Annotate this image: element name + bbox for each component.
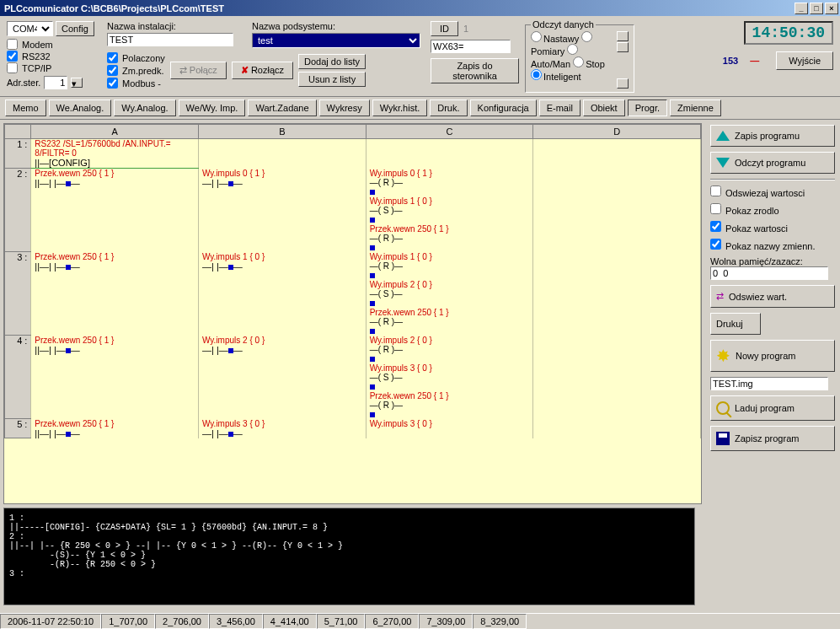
pokaz-wartosci-checkbox[interactable]: Pokaz wartosci [710, 221, 835, 234]
status-cell: 6_270,00 [365, 614, 419, 629]
modbus-checkbox[interactable]: Modbus - [107, 78, 165, 89]
dodaj-button[interactable]: Dodaj do listy [298, 54, 366, 69]
cell-c[interactable]: Wy.impuls 0 { 1 }—( R )—Wy.impuls 1 { 0 … [366, 169, 533, 252]
cell-d[interactable] [533, 169, 701, 252]
cell-c[interactable]: Wy.impuls 3 { 0 } [366, 419, 533, 438]
wolna-input[interactable] [710, 266, 828, 280]
rownum[interactable]: 2 : [5, 169, 31, 252]
col-B[interactable]: B [199, 125, 366, 139]
tab-obiekt[interactable]: Obiekt [583, 99, 625, 116]
refresh-icon: ⇄ [716, 291, 724, 302]
side-panel: Zapis programu Odczyt programu Odswiezaj… [705, 120, 840, 508]
odswiezaj-checkbox[interactable]: Odswiezaj wartosci [710, 185, 835, 198]
tab-zmienne[interactable]: Zmienne [670, 99, 721, 116]
rownum[interactable]: 5 : [5, 419, 31, 438]
nastawy-radio[interactable]: Nastawy [531, 34, 579, 44]
odswiez-wart-button[interactable]: ⇄ Odswiez wart. [710, 285, 835, 308]
cell-b[interactable] [199, 139, 366, 169]
config-button[interactable]: Config [56, 21, 94, 36]
tab-druk[interactable]: Druk. [430, 99, 467, 116]
cell-a[interactable]: Przek.wewn 250 { 1 }||—| |—— [31, 169, 199, 252]
adr-label: Adr.ster. [7, 78, 40, 88]
zmpredk-checkbox[interactable]: Zm.predk. [107, 65, 165, 76]
titlebar: PLCcomunicator C:\BCB6\Projects\PLCcom\T… [0, 0, 840, 16]
cell-c[interactable]: Wy.impuls 2 { 0 }—( R )—Wy.impuls 3 { 0 … [366, 336, 533, 419]
status-cell: 7_309,00 [419, 614, 473, 629]
rownum[interactable]: 1 : [5, 139, 31, 169]
id-button[interactable]: ID [431, 21, 458, 36]
status-number: 153 [723, 56, 738, 66]
subsys-select[interactable]: test [252, 33, 420, 48]
drukuj-button[interactable]: Drukuj [710, 313, 761, 335]
tab-wykrhist[interactable]: Wykr.hist. [372, 99, 428, 116]
polaczony-checkbox[interactable]: Polaczony [107, 52, 165, 63]
tab-wewyimp[interactable]: We/Wy. Imp. [179, 99, 246, 116]
nowy-program-button[interactable]: ✸ Nowy program [710, 340, 835, 372]
inteligent-radio[interactable]: Inteligent [531, 72, 581, 82]
cell-a[interactable]: RS232 /SL=1/57600bd /AN.INPUT.= 8/FILTR=… [31, 139, 199, 169]
tab-weanalog[interactable]: We.Analog. [49, 99, 112, 116]
zapis-programu-button[interactable]: Zapis programu [710, 125, 835, 147]
col-A[interactable]: A [31, 125, 199, 139]
col-D[interactable]: D [533, 125, 701, 139]
odczyt-programu-button[interactable]: Odczyt programu [710, 152, 835, 174]
rownum[interactable]: 3 : [5, 252, 31, 336]
od-btn3[interactable] [617, 78, 629, 89]
od-btn1[interactable] [617, 31, 629, 41]
tab-wykresy[interactable]: Wykresy [319, 99, 370, 116]
status-dash: — [750, 56, 759, 66]
tab-memo[interactable]: Memo [5, 99, 46, 116]
cell-a[interactable]: Przek.wewn 250 { 1 }||—| |—— [31, 252, 199, 336]
zapisz-program-button[interactable]: Zapisz program [710, 426, 835, 451]
console[interactable]: 1 : ||-----[CONFIG]- {CZAS+DATA} {SL= 1 … [3, 508, 695, 605]
usun-button[interactable]: Usun z listy [298, 72, 366, 87]
minimize-button[interactable]: _ [795, 3, 808, 14]
rownum[interactable]: 4 : [5, 336, 31, 419]
cell-b[interactable]: Wy.impuls 2 { 0 }—| |—— [199, 336, 366, 419]
maximize-button[interactable]: □ [810, 3, 823, 14]
cell-d[interactable] [533, 252, 701, 336]
file-input[interactable] [710, 377, 828, 390]
cell-a[interactable]: Przek.wewn 250 { 1 }||—| |—— [31, 419, 199, 438]
statusbar: 2006-11-07 22:50:101_707,002_706,003_456… [0, 613, 840, 629]
rs232-checkbox[interactable]: RS232 [7, 51, 97, 62]
cell-d[interactable] [533, 336, 701, 419]
adr-spinner[interactable]: ▾ [71, 78, 83, 88]
tab-wyanalog[interactable]: Wy.Analog. [114, 99, 175, 116]
stop-radio[interactable]: Stop [573, 59, 605, 69]
cell-d[interactable] [533, 419, 701, 438]
com-port-select[interactable]: COM4 [7, 21, 53, 36]
cell-c[interactable] [366, 139, 533, 169]
pokaz-nazwy-checkbox[interactable]: Pokaz nazwy zmienn. [710, 239, 835, 251]
wx-input[interactable] [431, 40, 511, 53]
status-cell: 8_329,00 [473, 614, 527, 629]
install-input[interactable] [107, 33, 233, 46]
wyjscie-button[interactable]: Wyjście [776, 51, 833, 70]
pokaz-zrodlo-checkbox[interactable]: Pokaz zrodlo [710, 203, 835, 216]
modem-checkbox[interactable]: Modem [7, 39, 97, 50]
od-btn2[interactable] [617, 42, 629, 52]
arrow-down-icon [716, 158, 730, 168]
status-cell: 1_707,00 [101, 614, 155, 629]
cell-d[interactable] [533, 139, 701, 169]
tab-wartzadane[interactable]: Wart.Zadane [248, 99, 316, 116]
magnifier-icon [716, 401, 730, 415]
adr-input[interactable] [44, 76, 67, 89]
cell-c[interactable]: Wy.impuls 1 { 0 }—( R )—Wy.impuls 2 { 0 … [366, 252, 533, 336]
rozlacz-button[interactable]: ✘ Rozłącz [232, 62, 293, 79]
tab-email[interactable]: E-mail [539, 99, 581, 116]
cell-a[interactable]: Przek.wewn 250 { 1 }||—| |—— [31, 336, 199, 419]
tab-progr[interactable]: Progr. [628, 99, 667, 116]
cell-b[interactable]: Wy.impuls 1 { 0 }—| |—— [199, 252, 366, 336]
cell-b[interactable]: Wy.impuls 3 { 0 }—| |—— [199, 419, 366, 438]
col-C[interactable]: C [366, 125, 533, 139]
ladder-sheet[interactable]: ABCD 1 :RS232 /SL=1/57600bd /AN.INPUT.= … [3, 123, 702, 504]
zapis-sterownik-button[interactable]: Zapis do sterownika [431, 58, 519, 83]
laduj-program-button[interactable]: Laduj program [710, 395, 835, 421]
polacz-button[interactable]: ⇄ Połącz [170, 62, 227, 79]
star-icon: ✸ [716, 346, 730, 366]
cell-b[interactable]: Wy.impuls 0 { 1 }—| |—— [199, 169, 366, 252]
tab-konfiguracja[interactable]: Konfiguracja [470, 99, 537, 116]
close-button[interactable]: × [825, 3, 838, 14]
tcpip-checkbox[interactable]: TCP/IP [7, 62, 97, 73]
